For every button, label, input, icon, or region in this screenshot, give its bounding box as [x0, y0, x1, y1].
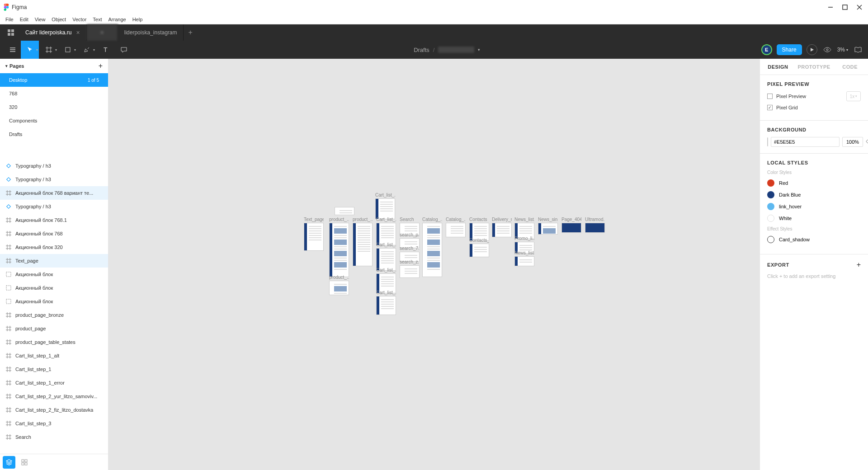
new-tab-button[interactable]: +: [184, 28, 197, 37]
layer-item[interactable]: product_page_bronze: [0, 308, 108, 322]
effect-style-row[interactable]: Card_shadow: [767, 236, 861, 243]
tab-close-icon[interactable]: ×: [76, 29, 80, 36]
canvas[interactable]: Cart_list_...Text_pageproduct_...product…: [108, 59, 760, 470]
library-icon[interactable]: [853, 44, 863, 55]
page-item[interactable]: Drafts: [0, 127, 108, 141]
shape-tool-dropdown[interactable]: ▾: [74, 48, 76, 52]
layer-item[interactable]: Text_page: [0, 254, 108, 268]
layer-item[interactable]: Typography / h3: [0, 159, 108, 173]
layer-item[interactable]: Cart_list_step_1_error: [0, 376, 108, 390]
canvas-frame[interactable]: Cart_list_...: [375, 193, 395, 219]
tab-close-icon[interactable]: ×: [100, 29, 104, 36]
add-export-button[interactable]: +: [857, 261, 861, 269]
layers-tab-icon[interactable]: [3, 456, 15, 469]
layer-item[interactable]: Акционный блок: [0, 268, 108, 281]
window-close-icon[interactable]: [856, 4, 863, 10]
menu-text[interactable]: Text: [93, 17, 102, 22]
frame-tool-dropdown[interactable]: ▾: [55, 48, 57, 52]
page-item[interactable]: Desktop1 of 5: [0, 73, 108, 87]
layer-item[interactable]: Cart_list_step_1: [0, 362, 108, 376]
canvas-frame[interactable]: [335, 207, 354, 215]
canvas-frame[interactable]: Cart_list_...: [376, 290, 396, 315]
layer-item[interactable]: Акционный блок 320: [0, 240, 108, 254]
assets-tab-icon[interactable]: [18, 456, 31, 469]
home-grid-icon[interactable]: [6, 28, 15, 37]
menu-file[interactable]: File: [5, 17, 14, 22]
bg-opacity-input[interactable]: [842, 137, 863, 147]
color-style-row[interactable]: White: [767, 215, 861, 222]
pixel-preview-scale[interactable]: 1x ▾: [846, 91, 861, 101]
layer-item[interactable]: product_page_table_states: [0, 335, 108, 349]
layer-item[interactable]: Акционный блок 768.1: [0, 213, 108, 227]
file-tab[interactable]: ×: [87, 24, 118, 41]
canvas-frame[interactable]: Ultramod...: [585, 217, 605, 233]
page-item[interactable]: 320: [0, 100, 108, 114]
main-menu-button[interactable]: [5, 41, 21, 59]
canvas-frame[interactable]: News_sin...: [538, 217, 558, 235]
page-item[interactable]: Components: [0, 114, 108, 127]
layer-item[interactable]: Акционный блок 768: [0, 227, 108, 240]
canvas-frame[interactable]: Catalog_...: [422, 217, 442, 277]
canvas-frame[interactable]: product_...: [329, 275, 349, 295]
layer-item[interactable]: Typography / h3: [0, 200, 108, 213]
canvas-frame[interactable]: Cart_list_...: [376, 242, 396, 271]
pixel-grid-checkbox[interactable]: [767, 105, 773, 110]
present-button[interactable]: [807, 44, 817, 55]
layer-item[interactable]: Cart_list_step_3: [0, 417, 108, 430]
color-style-row[interactable]: Red: [767, 179, 861, 187]
comment-tool-button[interactable]: [115, 41, 133, 59]
page-item[interactable]: 768: [0, 87, 108, 100]
user-avatar[interactable]: E: [761, 44, 772, 55]
canvas-frame[interactable]: product_...: [353, 217, 373, 266]
layer-item[interactable]: Search: [0, 430, 108, 444]
layer-item[interactable]: Cart_list_step_2_yur_litzo_samoviv...: [0, 390, 108, 403]
layer-item[interactable]: Акционный блок 768 вариант те...: [0, 186, 108, 200]
share-button[interactable]: Share: [777, 44, 802, 55]
menu-vector[interactable]: Vector: [72, 17, 86, 22]
add-page-button[interactable]: +: [99, 62, 103, 70]
menu-arrange[interactable]: Arrange: [108, 17, 126, 22]
canvas-frame[interactable]: Contacts_...: [469, 238, 489, 257]
window-maximize-icon[interactable]: [842, 4, 848, 10]
menu-view[interactable]: View: [35, 17, 46, 22]
canvas-frame[interactable]: Text_page: [304, 217, 324, 251]
move-tool-dropdown[interactable]: ▾: [36, 48, 38, 52]
breadcrumb-file-redacted[interactable]: [438, 47, 474, 53]
breadcrumb-root[interactable]: Drafts: [414, 47, 429, 53]
canvas-frame[interactable]: Delivery_r...: [492, 217, 512, 237]
layer-item[interactable]: Cart_list_step_2_fiz_litzo_dostavka: [0, 403, 108, 417]
inspector-tab-code[interactable]: CODE: [832, 64, 868, 70]
canvas-frame[interactable]: search_z...: [400, 259, 420, 278]
breadcrumb-dropdown-icon[interactable]: ▾: [478, 47, 480, 52]
layer-item[interactable]: product_page: [0, 322, 108, 335]
menu-edit[interactable]: Edit: [20, 17, 28, 22]
canvas-frame[interactable]: Page_404: [561, 217, 581, 233]
layer-item[interactable]: Акционный блок: [0, 281, 108, 295]
bg-hex-input[interactable]: [771, 137, 840, 147]
color-style-row[interactable]: link_hover: [767, 203, 861, 210]
color-style-row[interactable]: Dark Blue: [767, 191, 861, 198]
pixel-preview-checkbox[interactable]: [767, 94, 773, 99]
view-settings-icon[interactable]: [822, 44, 833, 55]
zoom-level[interactable]: 3%▾: [837, 47, 848, 53]
bg-color-swatch[interactable]: [767, 137, 768, 146]
canvas-frame[interactable]: product_...: [329, 217, 349, 277]
layer-item[interactable]: Cart_list_step_1_alt: [0, 349, 108, 362]
bg-visibility-icon[interactable]: [866, 139, 868, 145]
pages-section-header[interactable]: ▾ Pages: [5, 63, 24, 69]
text-tool-button[interactable]: T: [97, 41, 115, 59]
layer-item[interactable]: Акционный блок: [0, 295, 108, 308]
file-tab[interactable]: liderpoiska_instagram: [118, 24, 184, 41]
inspector-tab-design[interactable]: DESIGN: [760, 64, 796, 70]
pen-tool-dropdown[interactable]: ▾: [93, 48, 95, 52]
window-minimize-icon[interactable]: [827, 4, 834, 10]
canvas-frame[interactable]: News_list...: [514, 250, 534, 266]
menu-object[interactable]: Object: [52, 17, 66, 22]
canvas-frame[interactable]: Catalog_...: [446, 217, 466, 237]
layer-item[interactable]: Typography / h3: [0, 173, 108, 186]
canvas-frame[interactable]: Cart_list_...: [376, 217, 396, 245]
canvas-frame[interactable]: Cart_list_...: [376, 268, 396, 293]
inspector-tab-prototype[interactable]: PROTOTYPE: [796, 64, 832, 70]
menu-help[interactable]: Help: [132, 17, 143, 22]
file-tab[interactable]: Сайт liderpoiska.ru×: [19, 24, 87, 41]
